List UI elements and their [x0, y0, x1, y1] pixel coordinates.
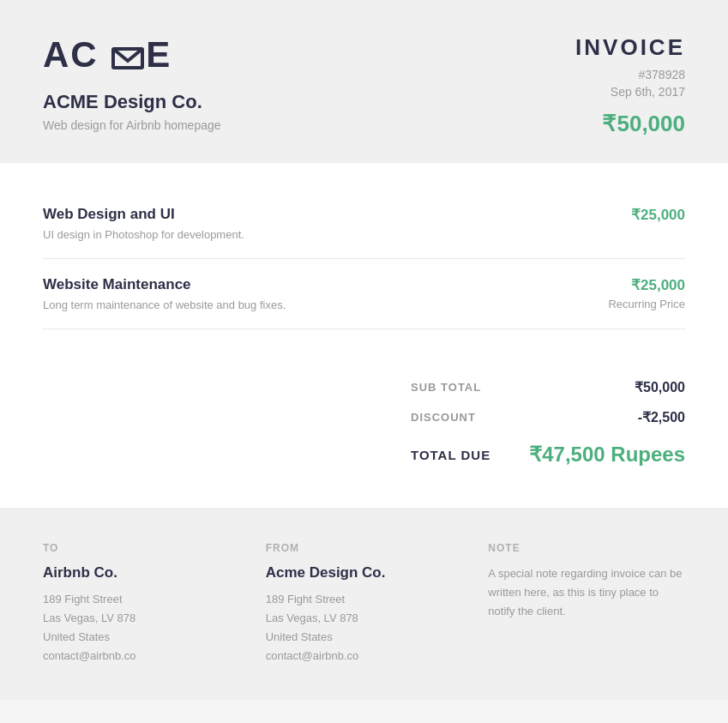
subtotal-label: SUB TOTAL: [411, 381, 481, 394]
footer-from-address: 189 Fight Street Las Vegas, LV 878 Unite…: [266, 590, 463, 666]
company-subtitle: Web design for Airbnb homepage: [43, 118, 221, 132]
footer-to-address: 189 Fight Street Las Vegas, LV 878 Unite…: [43, 590, 240, 666]
discount-row: DISCOUNT -₹2,500: [411, 402, 685, 432]
to-contact: contact@airbnb.co: [43, 649, 136, 662]
item-name-2: Website Maintenance: [43, 276, 608, 293]
total-due-label: TOTAL DUE: [411, 448, 490, 462]
invoice-date: Sep 6th, 2017: [575, 85, 685, 99]
footer-to-label: TO: [43, 542, 240, 554]
totals-table: SUB TOTAL ₹50,000 DISCOUNT -₹2,500 TOTAL…: [411, 372, 685, 473]
item-price-1: ₹25,000: [631, 206, 685, 224]
discount-label: DISCOUNT: [411, 411, 476, 424]
line-item-1: Web Design and UI UI design in Photoshop…: [43, 189, 685, 259]
footer-note: NOTE A special note regarding invoice ca…: [488, 542, 685, 666]
total-due-row: TOTAL DUE ₹47,500 Rupees: [411, 432, 685, 473]
footer-to: TO Airbnb Co. 189 Fight Street Las Vegas…: [43, 542, 240, 666]
to-address-line2: Las Vegas, LV 878: [43, 612, 135, 624]
footer-to-company: Airbnb Co.: [43, 564, 240, 581]
footer-from-company: Acme Design Co.: [266, 564, 463, 581]
item-right-2: ₹25,000 Recurring Price: [608, 276, 685, 310]
item-left-2: Website Maintenance Long term maintenanc…: [43, 276, 608, 311]
footer-section: TO Airbnb Co. 189 Fight Street Las Vegas…: [0, 508, 728, 700]
invoice-title: INVOICE: [575, 34, 685, 61]
header-section: AC E ACME Design Co. Web design for Airb…: [0, 0, 728, 163]
item-left-1: Web Design and UI UI design in Photoshop…: [43, 206, 631, 241]
item-note-2: Recurring Price: [608, 298, 685, 310]
items-section: Web Design and UI UI design in Photoshop…: [0, 163, 728, 355]
logo-text: AC E: [43, 34, 171, 75]
footer-from-label: FROM: [266, 542, 463, 554]
logo-envelope-icon: [111, 34, 144, 75]
item-name-1: Web Design and UI: [43, 206, 631, 223]
logo-area: AC E ACME Design Co. Web design for Airb…: [43, 34, 221, 132]
item-price-2: ₹25,000: [608, 276, 685, 294]
subtotal-row: SUB TOTAL ₹50,000: [411, 372, 685, 402]
from-address-line2: Las Vegas, LV 878: [266, 612, 358, 624]
from-contact: contact@airbnb.co: [266, 649, 359, 662]
invoice-number: #378928: [575, 68, 685, 81]
from-address-line1: 189 Fight Street: [266, 593, 346, 606]
to-address-line3: United States: [43, 630, 110, 643]
footer-note-label: NOTE: [488, 542, 685, 554]
invoice-wrapper: AC E ACME Design Co. Web design for Airb…: [0, 0, 728, 700]
invoice-total-header: ₹50,000: [575, 111, 685, 137]
item-desc-2: Long term maintenance of website and bug…: [43, 298, 608, 311]
line-item-2: Website Maintenance Long term maintenanc…: [43, 259, 685, 329]
footer-note-text: A special note regarding invoice can be …: [488, 564, 685, 621]
to-address-line1: 189 Fight Street: [43, 593, 123, 606]
item-right-1: ₹25,000: [631, 206, 685, 227]
logo: AC E: [43, 34, 221, 75]
company-name: ACME Design Co.: [43, 91, 221, 113]
from-address-line3: United States: [266, 630, 333, 643]
invoice-meta: INVOICE #378928 Sep 6th, 2017 ₹50,000: [575, 34, 685, 137]
total-due-value: ₹47,500 Rupees: [529, 443, 685, 467]
item-desc-1: UI design in Photoshop for development.: [43, 228, 631, 241]
totals-section: SUB TOTAL ₹50,000 DISCOUNT -₹2,500 TOTAL…: [0, 355, 728, 508]
discount-value: -₹2,500: [638, 409, 685, 425]
footer-from: FROM Acme Design Co. 189 Fight Street La…: [266, 542, 463, 666]
subtotal-value: ₹50,000: [635, 379, 685, 395]
